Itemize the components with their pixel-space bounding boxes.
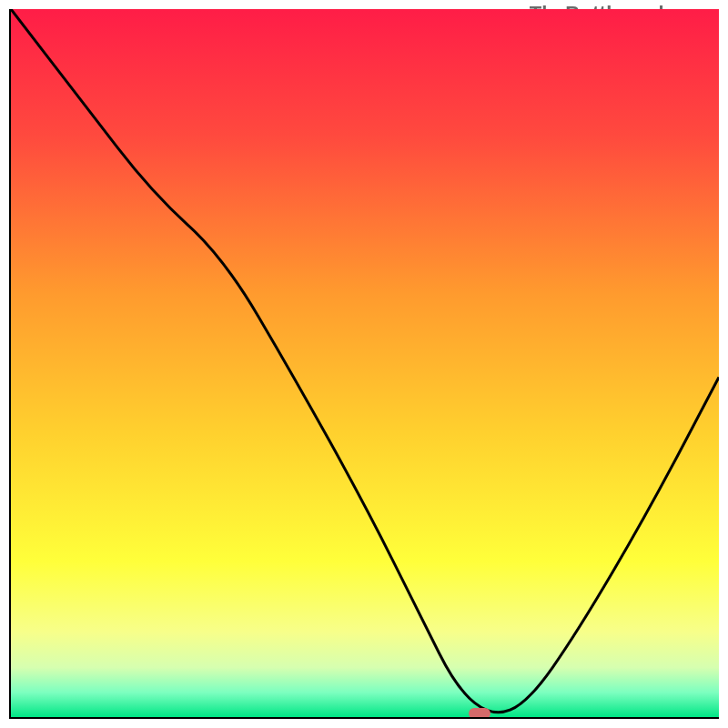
bottleneck-curve-path: [11, 9, 719, 713]
curve-layer: [11, 9, 719, 717]
plot-area: [9, 9, 719, 719]
optimum-marker: [469, 708, 490, 719]
bottleneck-chart: TheBottleneck.com: [0, 0, 728, 728]
